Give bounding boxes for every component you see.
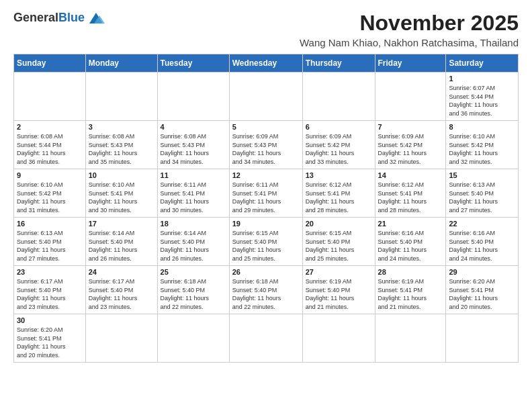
day-info-4-2: Sunrise: 6:18 AMSunset: 5:40 PMDaylight:… [161, 277, 226, 311]
week-row-4: 23Sunrise: 6:17 AMSunset: 5:40 PMDayligh… [14, 266, 519, 314]
calendar-table: Sunday Monday Tuesday Wednesday Thursday… [13, 54, 519, 363]
header-wednesday: Wednesday [229, 54, 302, 73]
day-number-3-1: 17 [89, 220, 154, 228]
day-number-2-0: 9 [17, 171, 83, 179]
day-info-4-6: Sunrise: 6:20 AMSunset: 5:41 PMDaylight:… [449, 277, 515, 311]
cell-3-4: 20Sunrise: 6:15 AMSunset: 5:40 PMDayligh… [302, 218, 375, 266]
cell-3-5: 21Sunrise: 6:16 AMSunset: 5:40 PMDayligh… [375, 218, 446, 266]
day-number-1-2: 4 [161, 123, 226, 131]
day-number-2-3: 12 [232, 171, 300, 179]
day-info-1-5: Sunrise: 6:09 AMSunset: 5:42 PMDaylight:… [378, 132, 443, 166]
logo-blue-text: Blue [58, 11, 85, 25]
day-info-3-4: Sunrise: 6:15 AMSunset: 5:40 PMDaylight:… [306, 229, 372, 263]
day-info-1-1: Sunrise: 6:08 AMSunset: 5:43 PMDaylight:… [89, 132, 154, 166]
day-number-2-2: 11 [161, 171, 226, 179]
page-header: General Blue November 2025 Wang Nam Khia… [13, 11, 519, 48]
day-info-2-6: Sunrise: 6:13 AMSunset: 5:40 PMDaylight:… [449, 181, 515, 214]
week-row-3: 16Sunrise: 6:13 AMSunset: 5:40 PMDayligh… [14, 218, 519, 266]
day-info-3-0: Sunrise: 6:13 AMSunset: 5:40 PMDaylight:… [17, 229, 83, 263]
day-number-4-3: 26 [232, 268, 300, 276]
cell-1-4: 6Sunrise: 6:09 AMSunset: 5:42 PMDaylight… [302, 121, 375, 169]
cell-5-4 [302, 314, 375, 363]
day-info-2-1: Sunrise: 6:10 AMSunset: 5:41 PMDaylight:… [89, 181, 154, 214]
day-number-3-0: 16 [17, 220, 83, 228]
cell-1-0: 2Sunrise: 6:08 AMSunset: 5:44 PMDaylight… [14, 121, 86, 169]
cell-0-3 [229, 73, 302, 121]
day-number-0-6: 1 [449, 75, 515, 83]
cell-4-2: 25Sunrise: 6:18 AMSunset: 5:40 PMDayligh… [157, 266, 229, 314]
day-info-1-0: Sunrise: 6:08 AMSunset: 5:44 PMDaylight:… [17, 132, 83, 166]
header-friday: Friday [375, 54, 446, 73]
day-info-3-5: Sunrise: 6:16 AMSunset: 5:40 PMDaylight:… [378, 229, 443, 263]
day-info-1-4: Sunrise: 6:09 AMSunset: 5:42 PMDaylight:… [306, 132, 372, 166]
cell-2-5: 14Sunrise: 6:12 AMSunset: 5:41 PMDayligh… [375, 169, 446, 218]
day-info-1-6: Sunrise: 6:10 AMSunset: 5:42 PMDaylight:… [449, 132, 515, 166]
logo-icon [86, 11, 106, 25]
header-monday: Monday [85, 54, 157, 73]
day-info-2-2: Sunrise: 6:11 AMSunset: 5:41 PMDaylight:… [161, 181, 226, 214]
day-info-2-5: Sunrise: 6:12 AMSunset: 5:41 PMDaylight:… [378, 181, 443, 214]
day-number-1-3: 5 [232, 123, 300, 131]
cell-3-2: 18Sunrise: 6:14 AMSunset: 5:40 PMDayligh… [157, 218, 229, 266]
day-info-3-6: Sunrise: 6:16 AMSunset: 5:40 PMDaylight:… [449, 229, 515, 263]
cell-0-4 [302, 73, 375, 121]
header-row: Sunday Monday Tuesday Wednesday Thursday… [14, 54, 519, 73]
week-row-1: 2Sunrise: 6:08 AMSunset: 5:44 PMDaylight… [14, 121, 519, 169]
cell-0-5 [375, 73, 446, 121]
day-number-2-5: 14 [378, 171, 443, 179]
day-number-2-4: 13 [306, 171, 372, 179]
week-row-5: 30Sunrise: 6:20 AMSunset: 5:41 PMDayligh… [14, 314, 519, 363]
month-title: November 2025 [300, 11, 519, 36]
day-info-1-2: Sunrise: 6:08 AMSunset: 5:43 PMDaylight:… [161, 132, 226, 166]
cell-1-5: 7Sunrise: 6:09 AMSunset: 5:42 PMDaylight… [375, 121, 446, 169]
cell-3-3: 19Sunrise: 6:15 AMSunset: 5:40 PMDayligh… [229, 218, 302, 266]
day-number-4-4: 27 [306, 268, 372, 276]
logo: General Blue [13, 11, 106, 25]
day-info-2-4: Sunrise: 6:12 AMSunset: 5:41 PMDaylight:… [306, 181, 372, 214]
cell-2-0: 9Sunrise: 6:10 AMSunset: 5:42 PMDaylight… [14, 169, 86, 218]
day-number-3-6: 22 [449, 220, 515, 228]
day-number-1-0: 2 [17, 123, 83, 131]
cell-4-3: 26Sunrise: 6:18 AMSunset: 5:40 PMDayligh… [229, 266, 302, 314]
day-number-3-4: 20 [306, 220, 372, 228]
header-saturday: Saturday [446, 54, 519, 73]
day-number-2-6: 15 [449, 171, 515, 179]
day-number-4-6: 29 [449, 268, 515, 276]
cell-5-2 [157, 314, 229, 363]
cell-4-0: 23Sunrise: 6:17 AMSunset: 5:40 PMDayligh… [14, 266, 86, 314]
day-number-3-2: 18 [161, 220, 226, 228]
day-info-4-1: Sunrise: 6:17 AMSunset: 5:40 PMDaylight:… [89, 277, 154, 311]
cell-4-4: 27Sunrise: 6:19 AMSunset: 5:40 PMDayligh… [302, 266, 375, 314]
cell-3-6: 22Sunrise: 6:16 AMSunset: 5:40 PMDayligh… [446, 218, 519, 266]
cell-2-1: 10Sunrise: 6:10 AMSunset: 5:41 PMDayligh… [85, 169, 157, 218]
day-number-4-2: 25 [161, 268, 226, 276]
day-info-2-3: Sunrise: 6:11 AMSunset: 5:41 PMDaylight:… [232, 181, 300, 214]
header-tuesday: Tuesday [157, 54, 229, 73]
day-number-1-6: 8 [449, 123, 515, 131]
cell-4-6: 29Sunrise: 6:20 AMSunset: 5:41 PMDayligh… [446, 266, 519, 314]
cell-0-6: 1Sunrise: 6:07 AMSunset: 5:44 PMDaylight… [446, 73, 519, 121]
location-subtitle: Wang Nam Khiao, Nakhon Ratchasima, Thail… [300, 37, 519, 48]
cell-1-2: 4Sunrise: 6:08 AMSunset: 5:43 PMDaylight… [157, 121, 229, 169]
cell-0-2 [157, 73, 229, 121]
cell-5-5 [375, 314, 446, 363]
day-number-3-3: 19 [232, 220, 300, 228]
cell-0-1 [85, 73, 157, 121]
cell-5-6 [446, 314, 519, 363]
day-number-4-1: 24 [89, 268, 154, 276]
day-number-4-0: 23 [17, 268, 83, 276]
day-info-1-3: Sunrise: 6:09 AMSunset: 5:43 PMDaylight:… [232, 132, 300, 166]
day-info-5-0: Sunrise: 6:20 AMSunset: 5:41 PMDaylight:… [17, 326, 83, 359]
logo-general-text: General [13, 11, 58, 25]
week-row-2: 9Sunrise: 6:10 AMSunset: 5:42 PMDaylight… [14, 169, 519, 218]
day-number-1-4: 6 [306, 123, 372, 131]
cell-2-3: 12Sunrise: 6:11 AMSunset: 5:41 PMDayligh… [229, 169, 302, 218]
cell-3-1: 17Sunrise: 6:14 AMSunset: 5:40 PMDayligh… [85, 218, 157, 266]
cell-5-0: 30Sunrise: 6:20 AMSunset: 5:41 PMDayligh… [14, 314, 86, 363]
day-number-1-1: 3 [89, 123, 154, 131]
title-area: November 2025 Wang Nam Khiao, Nakhon Rat… [300, 11, 519, 48]
day-info-4-3: Sunrise: 6:18 AMSunset: 5:40 PMDaylight:… [232, 277, 300, 311]
day-number-4-5: 28 [378, 268, 443, 276]
cell-4-5: 28Sunrise: 6:19 AMSunset: 5:41 PMDayligh… [375, 266, 446, 314]
day-info-3-3: Sunrise: 6:15 AMSunset: 5:40 PMDaylight:… [232, 229, 300, 263]
